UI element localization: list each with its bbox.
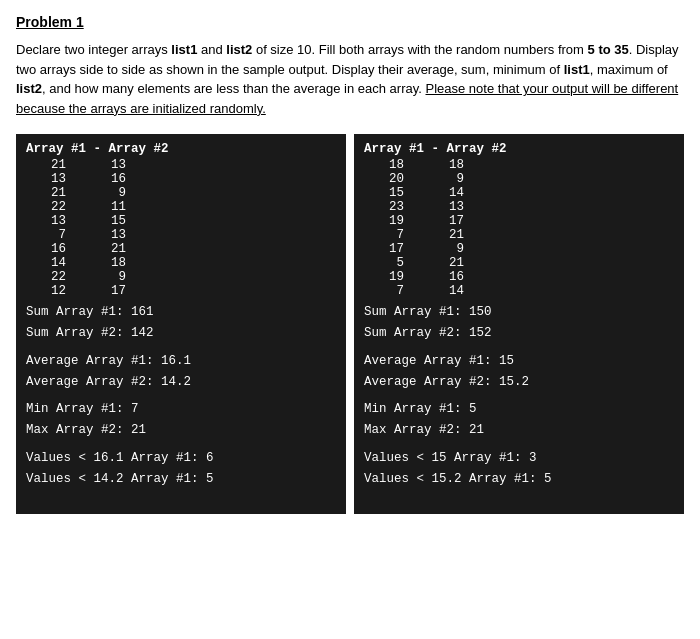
console1-stats: Sum Array #1: 161 Sum Array #2: 142 Aver… bbox=[26, 302, 336, 490]
console2-header: Array #1 - Array #2 bbox=[364, 142, 674, 156]
array1-cell: 21 bbox=[26, 186, 86, 200]
array2-cell: 9 bbox=[86, 186, 126, 200]
array2-cell: 14 bbox=[424, 284, 464, 298]
console1-valless1: Values < 16.1 Array #1: 6 bbox=[26, 448, 336, 469]
description-text: Declare two integer arrays list1 and lis… bbox=[16, 40, 684, 118]
array2-cell: 18 bbox=[424, 158, 464, 172]
console1-avg2: Average Array #2: 14.2 bbox=[26, 372, 336, 393]
array-row: 22 9 bbox=[26, 270, 336, 284]
array2-cell: 13 bbox=[86, 228, 126, 242]
array2-cell: 13 bbox=[424, 200, 464, 214]
array1-cell: 16 bbox=[26, 242, 86, 256]
array-row: 14 18 bbox=[26, 256, 336, 270]
array-row: 16 21 bbox=[26, 242, 336, 256]
array-row: 21 9 bbox=[26, 186, 336, 200]
array-row: 19 17 bbox=[364, 214, 674, 228]
problem-title: Problem 1 bbox=[16, 14, 684, 30]
array2-cell: 9 bbox=[424, 172, 464, 186]
array1-cell: 13 bbox=[26, 214, 86, 228]
array1-cell: 20 bbox=[364, 172, 424, 186]
console1-header: Array #1 - Array #2 bbox=[26, 142, 336, 156]
console-1: Array #1 - Array #2 21 13 13 16 21 9 22 … bbox=[16, 134, 346, 514]
array2-cell: 21 bbox=[424, 228, 464, 242]
console2-avg2: Average Array #2: 15.2 bbox=[364, 372, 674, 393]
array-row: 19 16 bbox=[364, 270, 674, 284]
array-row: 20 9 bbox=[364, 172, 674, 186]
array-row: 15 14 bbox=[364, 186, 674, 200]
array1-cell: 7 bbox=[364, 228, 424, 242]
array-row: 17 9 bbox=[364, 242, 674, 256]
array2-cell: 21 bbox=[86, 242, 126, 256]
console2-stats: Sum Array #1: 150 Sum Array #2: 152 Aver… bbox=[364, 302, 674, 490]
array1-cell: 21 bbox=[26, 158, 86, 172]
array1-cell: 18 bbox=[364, 158, 424, 172]
array-row: 23 13 bbox=[364, 200, 674, 214]
array2-cell: 13 bbox=[86, 158, 126, 172]
console1-arrays: 21 13 13 16 21 9 22 11 13 15 7 13 16 21 bbox=[26, 158, 336, 298]
array2-cell: 11 bbox=[86, 200, 126, 214]
console2-min: Min Array #1: 5 bbox=[364, 399, 674, 420]
console1-sum2: Sum Array #2: 142 bbox=[26, 323, 336, 344]
array2-cell: 16 bbox=[86, 172, 126, 186]
console2-valless1: Values < 15 Array #1: 3 bbox=[364, 448, 674, 469]
array1-cell: 5 bbox=[364, 256, 424, 270]
array1-cell: 7 bbox=[364, 284, 424, 298]
array2-cell: 17 bbox=[86, 284, 126, 298]
array2-cell: 14 bbox=[424, 186, 464, 200]
array1-cell: 22 bbox=[26, 200, 86, 214]
console2-avg1: Average Array #1: 15 bbox=[364, 351, 674, 372]
array-row: 5 21 bbox=[364, 256, 674, 270]
console1-sum1: Sum Array #1: 161 bbox=[26, 302, 336, 323]
array2-cell: 15 bbox=[86, 214, 126, 228]
console1-avg1: Average Array #1: 16.1 bbox=[26, 351, 336, 372]
console2-arrays: 18 18 20 9 15 14 23 13 19 17 7 21 17 9 bbox=[364, 158, 674, 298]
array-row: 7 13 bbox=[26, 228, 336, 242]
array1-cell: 15 bbox=[364, 186, 424, 200]
array-row: 7 21 bbox=[364, 228, 674, 242]
console2-sum1: Sum Array #1: 150 bbox=[364, 302, 674, 323]
array-row: 13 16 bbox=[26, 172, 336, 186]
console2-sum2: Sum Array #2: 152 bbox=[364, 323, 674, 344]
array-row: 21 13 bbox=[26, 158, 336, 172]
array1-cell: 7 bbox=[26, 228, 86, 242]
console2-max: Max Array #2: 21 bbox=[364, 420, 674, 441]
array1-cell: 19 bbox=[364, 214, 424, 228]
array1-cell: 13 bbox=[26, 172, 86, 186]
array2-cell: 17 bbox=[424, 214, 464, 228]
array1-cell: 17 bbox=[364, 242, 424, 256]
array2-cell: 18 bbox=[86, 256, 126, 270]
array-row: 7 14 bbox=[364, 284, 674, 298]
array2-cell: 16 bbox=[424, 270, 464, 284]
array2-cell: 21 bbox=[424, 256, 464, 270]
array1-cell: 19 bbox=[364, 270, 424, 284]
array-row: 18 18 bbox=[364, 158, 674, 172]
array2-cell: 9 bbox=[424, 242, 464, 256]
console1-valless2: Values < 14.2 Array #1: 5 bbox=[26, 469, 336, 490]
array-row: 22 11 bbox=[26, 200, 336, 214]
array-row: 12 17 bbox=[26, 284, 336, 298]
array1-cell: 12 bbox=[26, 284, 86, 298]
console2-valless2: Values < 15.2 Array #1: 5 bbox=[364, 469, 674, 490]
array1-cell: 22 bbox=[26, 270, 86, 284]
array1-cell: 23 bbox=[364, 200, 424, 214]
array1-cell: 14 bbox=[26, 256, 86, 270]
array-row: 13 15 bbox=[26, 214, 336, 228]
console-2: Array #1 - Array #2 18 18 20 9 15 14 23 … bbox=[354, 134, 684, 514]
console1-max: Max Array #2: 21 bbox=[26, 420, 336, 441]
consoles-row: Array #1 - Array #2 21 13 13 16 21 9 22 … bbox=[16, 134, 684, 514]
array2-cell: 9 bbox=[86, 270, 126, 284]
console1-min: Min Array #1: 7 bbox=[26, 399, 336, 420]
